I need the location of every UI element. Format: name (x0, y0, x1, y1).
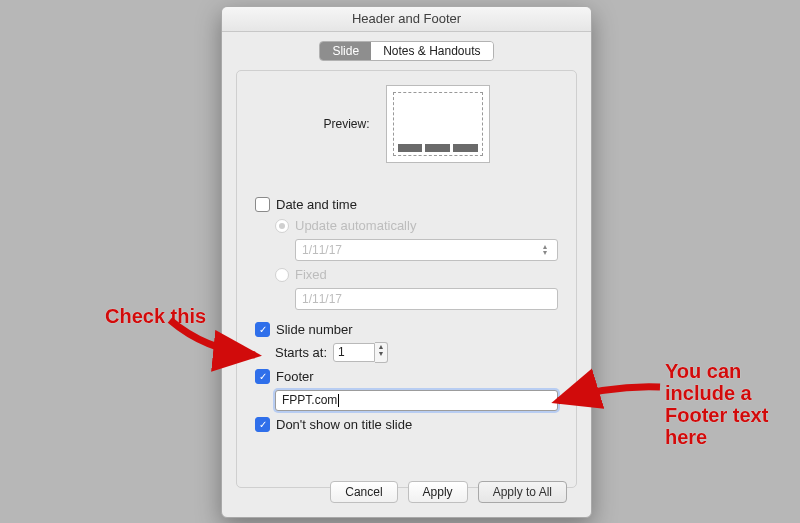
annotation-footer-text: You can include a Footer text here (665, 360, 768, 448)
tab-bar: Slide Notes & Handouts (222, 41, 591, 61)
footer-input[interactable]: FPPT.com (275, 390, 558, 411)
dont-show-title-label: Don't show on title slide (276, 417, 412, 432)
annotation-arrow-1-icon (165, 315, 275, 365)
preview-thumbnail (386, 85, 490, 163)
slide-number-label: Slide number (276, 322, 353, 337)
starts-at-stepper[interactable]: 1 ▲▼ (333, 343, 388, 361)
apply-to-all-button[interactable]: Apply to All (478, 481, 567, 503)
auto-date-value: 1/11/17 (302, 243, 342, 257)
dialog-title: Header and Footer (222, 7, 591, 32)
auto-date-select: 1/11/17 ▴▾ (295, 239, 558, 261)
date-time-checkbox[interactable] (255, 197, 270, 212)
starts-at-value[interactable]: 1 (333, 343, 375, 362)
stepper-buttons-icon[interactable]: ▲▼ (375, 342, 388, 363)
slide-panel: Preview: Date and time Update automatica… (236, 70, 577, 488)
fixed-date-input: 1/11/17 (295, 288, 558, 310)
fixed-radio (275, 268, 289, 282)
apply-button[interactable]: Apply (408, 481, 468, 503)
update-auto-radio (275, 219, 289, 233)
update-auto-label: Update automatically (295, 218, 416, 233)
tab-slide[interactable]: Slide (320, 42, 371, 60)
annotation-arrow-2-icon (550, 375, 670, 415)
fixed-label: Fixed (295, 267, 327, 282)
dont-show-title-checkbox[interactable]: ✓ (255, 417, 270, 432)
footer-checkbox[interactable]: ✓ (255, 369, 270, 384)
text-caret-icon (338, 394, 339, 407)
starts-at-label: Starts at: (275, 345, 327, 360)
cancel-button[interactable]: Cancel (330, 481, 397, 503)
tab-notes-handouts[interactable]: Notes & Handouts (371, 42, 492, 60)
footer-label: Footer (276, 369, 314, 384)
date-time-label: Date and time (276, 197, 357, 212)
footer-input-value: FPPT.com (282, 393, 337, 407)
chevron-updown-icon: ▴▾ (539, 244, 551, 256)
header-footer-dialog: Header and Footer Slide Notes & Handouts… (221, 6, 592, 518)
preview-label: Preview: (323, 117, 369, 131)
